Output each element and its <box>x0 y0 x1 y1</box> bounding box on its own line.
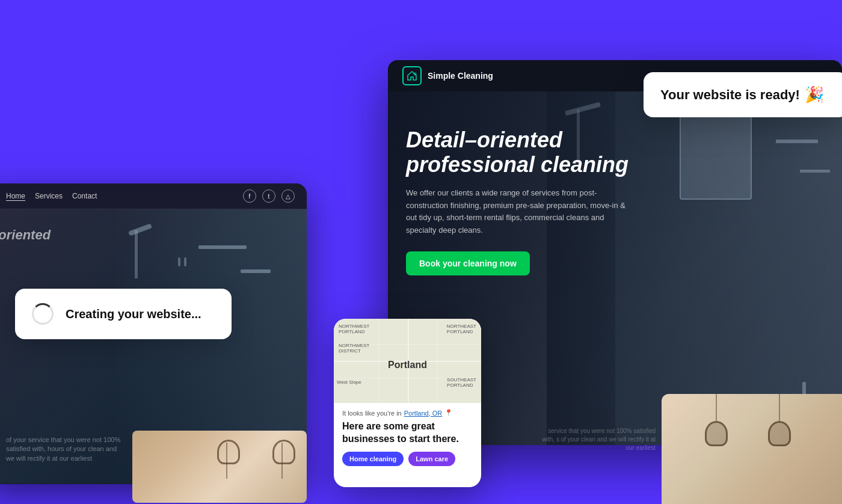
left-social-icons: f t △ <box>243 189 295 203</box>
phone-map: NORTHWESTPORTLAND NORTHEASTPORTLAND NORT… <box>334 319 481 403</box>
map-label-se-portland: SOUTHEASTPORTLAND <box>447 377 476 388</box>
logo-icon <box>402 66 422 85</box>
room-img-right-content <box>662 394 842 504</box>
map-label-nw-district: NORTHWESTDISTRICT <box>339 343 369 354</box>
lamp-shade-2 <box>768 421 791 446</box>
ready-text: Your website is ready! 🎉 <box>660 85 831 104</box>
facebook-icon[interactable]: f <box>243 189 256 203</box>
wall-hook-1 <box>184 257 186 266</box>
room-right-container <box>662 394 842 504</box>
instagram-icon[interactable]: △ <box>281 189 295 203</box>
loading-spinner <box>32 303 54 325</box>
map-road-v3 <box>437 319 438 403</box>
mirror <box>680 103 752 200</box>
map-label-ne-portland: NORTHEASTPORTLAND <box>447 324 476 334</box>
twitter-icon[interactable]: t <box>262 189 275 203</box>
left-hero-text: -oriented <box>0 227 51 243</box>
lamp-2 <box>281 443 283 479</box>
party-emoji: 🎉 <box>805 85 824 104</box>
ready-popup: Your website is ready! 🎉 <box>644 72 842 117</box>
creating-card: Creating your website... <box>15 289 232 339</box>
wall-shelf-2 <box>241 269 271 273</box>
left-nav-home[interactable]: Home <box>6 192 25 201</box>
wall-shelf-1 <box>198 245 247 249</box>
left-nav-links: Home Services Contact <box>6 192 97 201</box>
lamp-cord-2 <box>779 394 780 421</box>
phone-mockup: NORTHWESTPORTLAND NORTHEASTPORTLAND NORT… <box>334 319 481 487</box>
location-prefix: It looks like you're in <box>342 410 402 417</box>
hero-content: Detail–oriented professional cleaning We… <box>406 128 659 275</box>
map-label-nw-portland: NORTHWESTPORTLAND <box>339 324 369 334</box>
bottom-left-room-image <box>132 431 307 503</box>
logo-area: Simple Cleaning <box>402 66 493 85</box>
left-nav: Home Services Contact f t △ <box>0 183 307 209</box>
location-pin-icon: 📍 <box>444 409 453 417</box>
lamp-shade-1 <box>705 421 728 446</box>
room-img-placeholder <box>132 431 307 503</box>
hero-description: We offer our clients a wide range of ser… <box>406 187 635 237</box>
left-bottom-text: of your service that you were not 100% s… <box>6 435 126 463</box>
lawn-care-button[interactable]: Lawn care <box>408 452 455 466</box>
map-road-v2 <box>378 319 379 403</box>
shelf-right-2 <box>800 170 830 173</box>
location-line: It looks like you're in Portland, OR 📍 <box>342 409 473 417</box>
shower-pipe <box>135 230 138 278</box>
lamp-decoration <box>226 443 283 479</box>
shelf-right-1 <box>776 140 818 143</box>
map-label-west-slope: West Slope <box>337 380 361 385</box>
bottom-right-text: service that you were not 100% satisfied… <box>535 427 656 452</box>
left-nav-contact[interactable]: Contact <box>72 192 97 200</box>
wall-hook-2 <box>178 257 180 266</box>
lamp-cord-1 <box>716 394 717 421</box>
hero-title: Detail–oriented professional cleaning <box>406 128 659 177</box>
phone-buttons: Home cleaning Lawn care <box>342 452 473 466</box>
home-cleaning-button[interactable]: Home cleaning <box>342 452 404 466</box>
cta-button[interactable]: Book your cleaning now <box>406 251 530 275</box>
location-link[interactable]: Portland, OR <box>404 410 443 417</box>
ready-label: Your website is ready! <box>660 87 800 103</box>
creating-text: Creating your website... <box>66 307 201 321</box>
bottom-right-room-image <box>662 394 842 504</box>
phone-heading: Here are some great businesses to start … <box>342 420 473 446</box>
portland-city-label: Portland <box>388 360 427 370</box>
left-nav-services[interactable]: Services <box>35 192 63 200</box>
house-icon <box>407 70 417 81</box>
lamp-1 <box>226 443 227 479</box>
logo-text: Simple Cleaning <box>428 71 493 81</box>
phone-content: It looks like you're in Portland, OR 📍 H… <box>334 403 481 473</box>
